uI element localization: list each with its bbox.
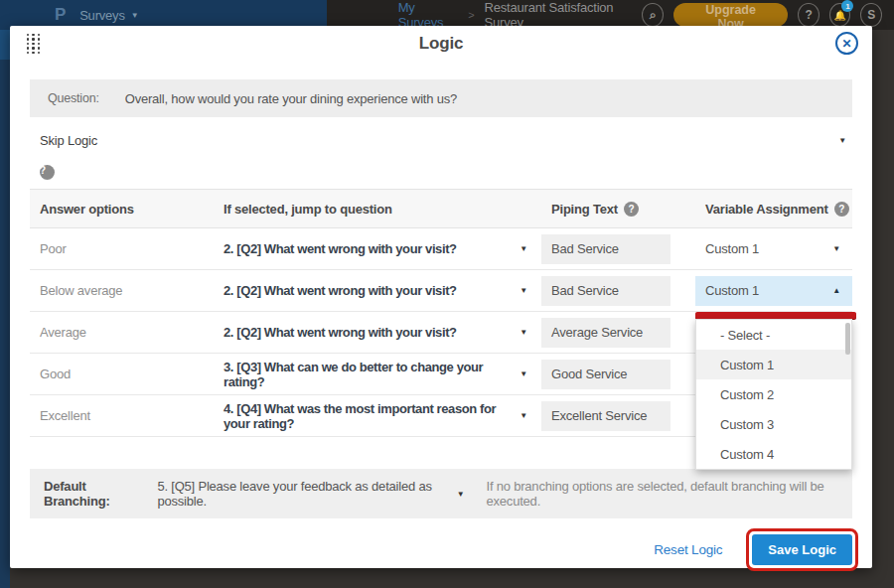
piping-text-input[interactable]: Good Service	[541, 360, 670, 389]
chevron-down-icon: ▼	[520, 286, 527, 295]
answer-option-label: Good	[30, 367, 214, 381]
table-row: Below average 2. [Q2] What went wrong wi…	[30, 270, 852, 312]
dropdown-option-custom4[interactable]: Custom 4	[696, 439, 851, 469]
piping-text-input[interactable]: Bad Service	[541, 234, 670, 264]
answer-option-label: Average	[30, 325, 214, 340]
variable-help-icon[interactable]: ?	[834, 202, 849, 217]
variable-assignment-select[interactable]: Custom 1▼	[695, 234, 852, 264]
logic-modal-header: Logic ✕	[10, 26, 872, 62]
piping-text-input[interactable]: Excellent Service	[541, 401, 670, 431]
chevron-down-icon: ▼	[131, 11, 139, 20]
drag-handle-icon[interactable]	[26, 33, 41, 55]
question-label: Question:	[48, 91, 99, 105]
header-piping-text: Piping Text?	[541, 202, 695, 217]
jump-question-select[interactable]: 2. [Q2] What went wrong with your visit?…	[214, 283, 541, 298]
nav-surveys-label: Surveys	[79, 8, 125, 23]
table-row: Poor 2. [Q2] What went wrong with your v…	[30, 228, 852, 270]
piping-help-icon[interactable]: ?	[624, 202, 639, 217]
jump-question-select[interactable]: 2. [Q2] What went wrong with your visit?…	[214, 325, 541, 340]
chevron-down-icon: ▼	[838, 136, 846, 145]
logic-type-label: Skip Logic	[40, 133, 97, 148]
piping-text-input[interactable]: Average Service	[541, 318, 670, 348]
chevron-down-icon: ▼	[457, 490, 465, 499]
dropdown-option-select[interactable]: - Select -	[696, 320, 851, 350]
chevron-down-icon: ▼	[832, 244, 840, 253]
help-icon[interactable]: ?	[798, 3, 820, 27]
jump-question-select[interactable]: 3. [Q3] What can we do better to change …	[214, 360, 541, 389]
variable-assignment-dropdown: - Select - Custom 1 Custom 2 Custom 3 Cu…	[695, 319, 852, 470]
topbar-actions: ⌕ Upgrade Now ? 🔔1 S	[642, 3, 894, 27]
notification-badge: 1	[841, 0, 853, 12]
answer-option-label: Poor	[30, 241, 214, 256]
piping-text-input[interactable]: Bad Service	[541, 276, 670, 306]
question-text: Overall, how would you rate your dining …	[125, 91, 457, 106]
default-branching-row: Default Branching: 5. [Q5] Please leave …	[30, 469, 852, 518]
answer-option-label: Below average	[30, 283, 214, 298]
default-branching-select[interactable]: 5. [Q5] Please leave your feedback as de…	[157, 479, 464, 509]
search-icon[interactable]: ⌕	[642, 3, 664, 27]
chevron-down-icon: ▼	[520, 369, 527, 378]
dropdown-option-custom2[interactable]: Custom 2	[696, 379, 851, 409]
dropdown-scrollbar[interactable]	[845, 323, 850, 355]
save-logic-button[interactable]: Save Logic	[752, 534, 852, 565]
dropdown-option-custom1[interactable]: Custom 1	[696, 350, 851, 379]
chevron-down-icon: ▼	[520, 328, 527, 337]
dropdown-option-custom3[interactable]: Custom 3	[696, 409, 851, 439]
default-branching-label: Default Branching:	[44, 479, 143, 509]
save-button-annotation-ring: Save Logic	[746, 528, 858, 571]
background-sidebar-strip	[0, 30, 10, 588]
modal-title: Logic	[419, 34, 463, 54]
bell-icon[interactable]: 🔔1	[829, 3, 851, 27]
app-logo: P	[55, 5, 66, 25]
chevron-up-icon: ▲	[832, 286, 840, 295]
header-variable-assignment: Variable Assignment?	[695, 202, 852, 217]
answer-option-label: Excellent	[30, 408, 214, 423]
modal-footer: Reset Logic Save Logic	[10, 528, 858, 571]
header-jump-to-question: If selected, jump to question	[214, 202, 541, 217]
breadcrumb-separator: >	[468, 9, 474, 21]
nav-surveys-menu[interactable]: Surveys ▼	[79, 8, 138, 23]
table-header-row: Answer options If selected, jump to ques…	[30, 189, 852, 228]
question-display-row: Question: Overall, how would you rate yo…	[30, 79, 852, 117]
header-answer-options: Answer options	[30, 202, 214, 217]
chevron-down-icon: ▼	[520, 244, 527, 253]
logic-type-select[interactable]: Skip Logic ▼	[30, 117, 852, 163]
avatar[interactable]: S	[860, 3, 882, 27]
red-annotation-underline	[695, 312, 856, 319]
jump-question-select[interactable]: 4. [Q4] What was the most important reas…	[214, 401, 541, 431]
default-branching-note: If no branching options are selected, de…	[486, 479, 838, 509]
variable-assignment-select-open[interactable]: Custom 1▲	[695, 276, 852, 306]
jump-question-select[interactable]: 2. [Q2] What went wrong with your visit?…	[214, 241, 541, 256]
chevron-down-icon: ▼	[520, 411, 527, 420]
reset-logic-link[interactable]: Reset Logic	[654, 542, 722, 557]
logic-modal: Logic ✕ Question: Overall, how would you…	[10, 26, 872, 568]
upgrade-now-button[interactable]: Upgrade Now	[673, 3, 789, 27]
skip-logic-help-icon[interactable]: ?	[40, 165, 55, 180]
close-icon[interactable]: ✕	[835, 32, 858, 55]
